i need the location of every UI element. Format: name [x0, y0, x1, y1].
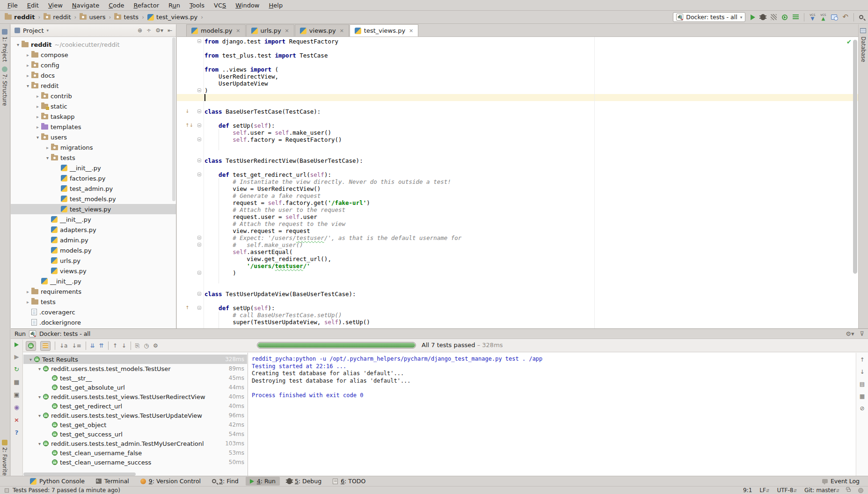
- toolwindow-button-9-version-control[interactable]: 9: Version Control: [136, 477, 205, 486]
- project-tree-row[interactable]: ▾users: [11, 132, 176, 142]
- close-icon[interactable]: ×: [340, 28, 344, 34]
- test-tree-row[interactable]: ▾okreddit.users.tests.test_views.TestUse…: [23, 392, 247, 401]
- project-tree-row[interactable]: ▸tests: [11, 297, 176, 307]
- caret-position-widget[interactable]: 9:1: [743, 487, 752, 494]
- git-branch-widget[interactable]: Git: master⇵: [804, 487, 839, 494]
- test-tree-row[interactable]: ▾okTest Results328ms: [23, 355, 247, 364]
- show-passed-toggle[interactable]: ok: [26, 341, 36, 351]
- next-test-icon[interactable]: ↓: [122, 342, 126, 349]
- fold-marker-icon[interactable]: [197, 243, 201, 247]
- tree-collapsed-icon[interactable]: ▸: [24, 299, 31, 305]
- menu-run[interactable]: Run: [164, 0, 185, 10]
- run-button[interactable]: [751, 15, 755, 20]
- breadcrumb-item[interactable]: reddit: [5, 14, 35, 21]
- tree-collapsed-icon[interactable]: ▸: [44, 145, 51, 150]
- project-tree-row[interactable]: ▸templates: [11, 122, 176, 132]
- tree-expanded-icon[interactable]: ▾: [15, 42, 22, 47]
- test-tree-row[interactable]: ▾okreddit.users.tests.test_models.TestUs…: [23, 364, 247, 373]
- hide-panel-icon[interactable]: ⊽: [860, 331, 864, 337]
- gear-icon[interactable]: ⚙▾: [155, 27, 163, 34]
- scroll-up-icon[interactable]: ↑: [860, 356, 864, 363]
- tree-collapsed-icon[interactable]: ▸: [34, 104, 41, 109]
- tree-expanded-icon[interactable]: ▾: [36, 441, 43, 446]
- editor-tab-models-py[interactable]: models.py×: [186, 24, 246, 36]
- close-icon[interactable]: ×: [285, 28, 289, 34]
- pin-tab-button[interactable]: ◉: [14, 404, 19, 410]
- fold-marker-icon[interactable]: [197, 39, 201, 43]
- toolwindow-button-5-debug[interactable]: 5: Debug: [283, 477, 326, 486]
- event-log-button[interactable]: Event Log: [818, 477, 868, 486]
- test-tree-row[interactable]: oktest_get_absolute_url44ms: [23, 383, 247, 392]
- project-tree-row[interactable]: test_models.py: [11, 194, 176, 204]
- tool-button-project[interactable]: 1: Project: [1, 29, 8, 62]
- run-dashboard-button[interactable]: [793, 15, 799, 20]
- fold-marker-icon[interactable]: [197, 124, 201, 127]
- breadcrumb-item[interactable]: users: [80, 14, 105, 21]
- project-tree-row[interactable]: factories.py: [11, 173, 176, 183]
- run-test-gutter-icon[interactable]: ↑↓: [185, 123, 193, 128]
- restore-layout-button[interactable]: ▣: [14, 392, 19, 398]
- project-tree-row[interactable]: __init__.py: [11, 276, 176, 286]
- editor-tab-views-py[interactable]: views.py×: [295, 24, 349, 36]
- test-tree-row[interactable]: oktest_get_redirect_url40ms: [23, 401, 247, 411]
- fold-marker-icon[interactable]: [197, 159, 201, 162]
- project-tree-row[interactable]: ▾tests: [11, 153, 176, 163]
- sort-by-duration-icon[interactable]: ↓≡: [72, 342, 81, 349]
- project-tree-row[interactable]: ▸config: [11, 60, 176, 70]
- close-button[interactable]: ×: [14, 417, 19, 423]
- project-tree-row[interactable]: ▸contrib: [11, 91, 176, 101]
- editor-scrollbar[interactable]: [853, 40, 857, 274]
- project-tree-row[interactable]: test_views.py: [11, 204, 176, 214]
- chevron-down-icon[interactable]: ▾: [46, 28, 49, 33]
- show-ignored-toggle[interactable]: [40, 341, 51, 351]
- menu-tools[interactable]: Tools: [185, 0, 209, 10]
- code-editor[interactable]: ↓↑↓↑ from django.test import RequestFact…: [177, 37, 858, 328]
- toolwindow-button-3-find[interactable]: 3: Find: [208, 477, 243, 486]
- project-tree-row[interactable]: __init__.py: [11, 163, 176, 173]
- project-tree-row[interactable]: adapters.py: [11, 225, 176, 235]
- project-tree-row[interactable]: urls.py: [11, 255, 176, 266]
- editor-tab-urls-py[interactable]: urls.py×: [246, 24, 294, 36]
- fold-marker-icon[interactable]: [197, 109, 201, 113]
- menu-view[interactable]: View: [44, 0, 67, 10]
- menu-edit[interactable]: Edit: [22, 0, 44, 10]
- previous-test-icon[interactable]: ↑: [113, 342, 117, 349]
- breadcrumb-item[interactable]: test_views.py: [147, 14, 197, 21]
- tree-collapsed-icon[interactable]: ▸: [24, 52, 31, 58]
- test-tree-row[interactable]: oktest_clean_username_false53ms: [23, 448, 247, 458]
- project-tree-row[interactable]: ▸static: [11, 101, 176, 111]
- fold-marker-icon[interactable]: [197, 236, 201, 240]
- rerun-tests-button[interactable]: [15, 342, 19, 347]
- fold-marker-icon[interactable]: [197, 173, 201, 176]
- close-icon[interactable]: ×: [236, 28, 240, 34]
- help-button[interactable]: ?: [15, 429, 19, 436]
- run-console-output[interactable]: reddit_pycha:python -u /opt/.pycharm_hel…: [248, 353, 855, 478]
- project-tree-row[interactable]: ▸migrations: [11, 142, 176, 153]
- local-history-button[interactable]: [831, 15, 837, 20]
- menu-vcs[interactable]: VCS: [209, 0, 231, 10]
- expand-all-icon[interactable]: ⇊: [90, 342, 95, 349]
- project-tree-row[interactable]: ▸requirements: [11, 286, 176, 297]
- hector-inspector-icon[interactable]: [858, 488, 863, 493]
- project-tree-row[interactable]: admin.py: [11, 235, 176, 245]
- run-configuration-select[interactable]: dj Docker: tests - all ▾: [673, 12, 745, 22]
- test-history-icon[interactable]: ◷: [144, 342, 148, 349]
- tree-collapsed-icon[interactable]: ▸: [34, 114, 41, 119]
- encoding-widget[interactable]: UTF-8⇵: [777, 487, 797, 494]
- gear-icon[interactable]: ⚙: [153, 342, 158, 349]
- test-tree-row[interactable]: ▾okreddit.users.tests.test_admin.TestMyU…: [23, 439, 247, 448]
- tree-collapsed-icon[interactable]: ▸: [34, 94, 41, 99]
- project-tree-row[interactable]: .dockerignore: [11, 317, 176, 327]
- toolwindow-button-6-todo[interactable]: 6: TODO: [328, 477, 370, 486]
- run-test-gutter-icon[interactable]: ↑: [185, 305, 189, 310]
- vcs-commit-button[interactable]: VCS▲: [820, 14, 826, 21]
- clear-console-icon[interactable]: ⊘: [860, 405, 864, 412]
- project-tree-row[interactable]: test_admin.py: [11, 183, 176, 194]
- menu-help[interactable]: Help: [264, 0, 288, 10]
- test-tree-row[interactable]: oktest__str__45ms: [23, 373, 247, 383]
- tree-collapsed-icon[interactable]: ▸: [34, 124, 41, 130]
- profiler-button[interactable]: [782, 15, 788, 20]
- fold-marker-icon[interactable]: [197, 88, 201, 92]
- undo-icon[interactable]: ↶: [842, 14, 848, 21]
- tree-collapsed-icon[interactable]: ▸: [24, 73, 31, 78]
